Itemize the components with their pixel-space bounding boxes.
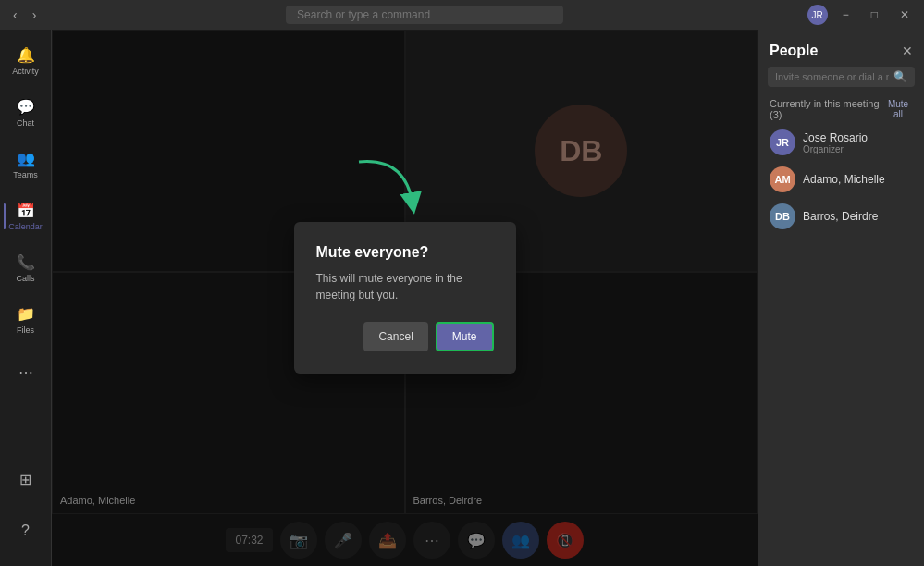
forward-button[interactable]: › bbox=[27, 6, 43, 24]
files-icon: 📁 bbox=[17, 305, 35, 323]
participant-name-am-panel: Adamo, Michelle bbox=[803, 173, 885, 186]
participant-item-am[interactable]: AM Adamo, Michelle bbox=[758, 161, 924, 198]
sidebar-item-chat-label: Chat bbox=[17, 118, 34, 128]
participant-info-jr: Jose Rosario Organizer bbox=[803, 131, 868, 154]
people-panel-title: People bbox=[770, 43, 818, 59]
people-close-button[interactable]: ✕ bbox=[902, 43, 913, 58]
more-icon: ⋯ bbox=[18, 363, 33, 381]
modal-body: This will mute everyone in the meeting b… bbox=[316, 270, 494, 303]
people-panel-header: People ✕ bbox=[758, 30, 924, 67]
modal-actions: Cancel Mute bbox=[316, 322, 494, 351]
title-bar-nav: ‹ › bbox=[7, 6, 42, 24]
sidebar-item-calendar-label: Calendar bbox=[8, 222, 43, 231]
help-icon: ? bbox=[21, 523, 30, 539]
active-indicator bbox=[4, 203, 6, 229]
people-section-label: Currently in this meeting (3) bbox=[770, 98, 883, 120]
title-bar-left: ‹ › bbox=[7, 6, 42, 24]
sidebar-calendar-wrapper: 📅 Calendar bbox=[4, 192, 48, 240]
arrow-pointer bbox=[350, 153, 424, 227]
teams-icon: 👥 bbox=[17, 150, 35, 167]
participant-item-db[interactable]: DB Barros, Deirdre bbox=[758, 198, 924, 235]
sidebar-item-files-label: Files bbox=[17, 326, 34, 335]
participant-item-jr[interactable]: JR Jose Rosario Organizer bbox=[758, 124, 924, 161]
sidebar-bottom: ⊞ ? bbox=[4, 455, 48, 566]
meeting-area: DB Adamo, Michelle Barros, Deirdre 07:32… bbox=[52, 30, 758, 566]
sidebar-item-teams[interactable]: 👥 Teams bbox=[4, 141, 48, 189]
cancel-button[interactable]: Cancel bbox=[363, 322, 427, 351]
sidebar-teams-wrapper: 👥 Teams bbox=[4, 141, 48, 189]
people-search-container: 🔍 bbox=[768, 67, 915, 87]
avatar-initials-jr: JR bbox=[776, 137, 789, 148]
main-layout: 🔔 Activity 💬 Chat 👥 Teams 📅 Calendar bbox=[0, 30, 924, 566]
sidebar-item-activity[interactable]: 🔔 Activity bbox=[4, 37, 48, 85]
participant-role-jr: Organizer bbox=[803, 144, 868, 154]
sidebar-item-calls-label: Calls bbox=[16, 274, 34, 283]
sidebar-item-calendar[interactable]: 📅 Calendar bbox=[4, 192, 48, 240]
people-section-header: Currently in this meeting (3) Mute all bbox=[758, 94, 924, 124]
sidebar-item-apps[interactable]: ⊞ bbox=[4, 455, 48, 503]
mute-all-button[interactable]: Mute all bbox=[883, 99, 913, 119]
participant-info-db: Barros, Deirdre bbox=[803, 210, 878, 223]
chat-icon: 💬 bbox=[17, 98, 35, 116]
sidebar-item-teams-label: Teams bbox=[13, 170, 38, 179]
search-input[interactable] bbox=[286, 6, 563, 24]
sidebar-item-files[interactable]: 📁 Files bbox=[4, 296, 48, 344]
maximize-button[interactable]: □ bbox=[864, 6, 885, 23]
sidebar-calls-wrapper: 📞 Calls bbox=[4, 244, 48, 292]
avatar-initials-db-panel: DB bbox=[775, 211, 790, 222]
close-button[interactable]: ✕ bbox=[893, 6, 917, 23]
participant-info-am: Adamo, Michelle bbox=[803, 173, 885, 186]
sidebar-activity-wrapper: 🔔 Activity bbox=[4, 37, 48, 85]
mute-confirm-button[interactable]: Mute bbox=[436, 322, 494, 351]
participant-name-db-panel: Barros, Deirdre bbox=[803, 210, 878, 223]
participant-name-jr: Jose Rosario bbox=[803, 131, 868, 144]
sidebar-item-calls[interactable]: 📞 Calls bbox=[4, 244, 48, 292]
sidebar-item-chat[interactable]: 💬 Chat bbox=[4, 89, 48, 137]
activity-icon: 🔔 bbox=[17, 46, 35, 64]
calendar-icon: 📅 bbox=[17, 202, 35, 219]
modal-title: Mute everyone? bbox=[316, 244, 494, 261]
sidebar-item-activity-label: Activity bbox=[12, 67, 39, 76]
sidebar-chat-wrapper: 💬 Chat bbox=[4, 89, 48, 137]
people-search-icon: 🔍 bbox=[893, 70, 907, 83]
sidebar-item-help[interactable]: ? bbox=[4, 507, 48, 555]
title-bar-search bbox=[42, 6, 807, 24]
sidebar-item-more[interactable]: ⋯ bbox=[4, 348, 48, 396]
mute-dialog: Mute everyone? This will mute everyone i… bbox=[294, 222, 516, 374]
avatar-initials-am: AM bbox=[774, 174, 790, 185]
minimize-button[interactable]: − bbox=[835, 6, 856, 23]
sidebar-more-wrapper: ⋯ bbox=[4, 348, 48, 396]
people-panel: People ✕ 🔍 Currently in this meeting (3)… bbox=[758, 30, 924, 566]
title-bar-controls: JR − □ ✕ bbox=[807, 5, 917, 25]
modal-overlay: Mute everyone? This will mute everyone i… bbox=[52, 30, 758, 566]
participant-avatar-am: AM bbox=[770, 166, 795, 192]
sidebar-files-wrapper: 📁 Files bbox=[4, 296, 48, 344]
calls-icon: 📞 bbox=[17, 253, 35, 271]
user-avatar[interactable]: JR bbox=[807, 5, 828, 25]
back-button[interactable]: ‹ bbox=[7, 6, 23, 24]
sidebar: 🔔 Activity 💬 Chat 👥 Teams 📅 Calendar bbox=[0, 30, 52, 566]
participant-avatar-db-panel: DB bbox=[770, 203, 795, 229]
participant-avatar-jr: JR bbox=[770, 129, 795, 155]
apps-icon: ⊞ bbox=[19, 471, 31, 488]
title-bar: ‹ › JR − □ ✕ bbox=[0, 0, 924, 30]
